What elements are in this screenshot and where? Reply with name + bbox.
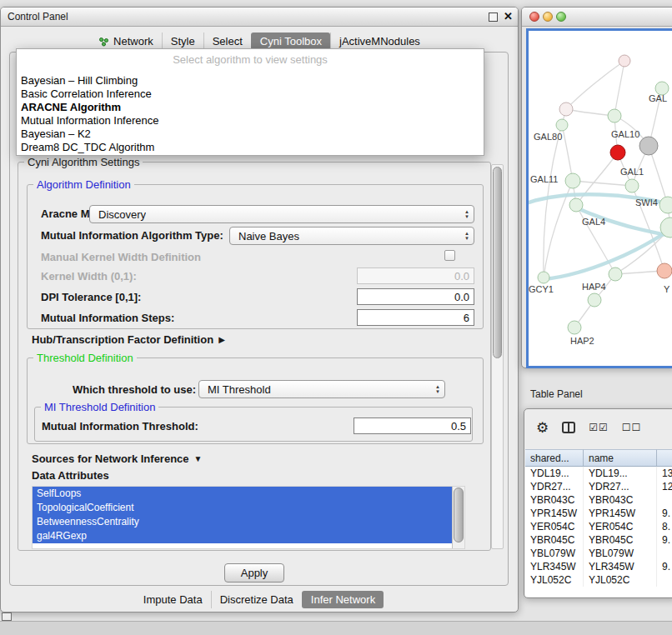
close-icon[interactable]: ✕ (504, 8, 513, 26)
network-node-gal4[interactable] (569, 198, 583, 212)
list-scrollbar[interactable] (452, 487, 464, 548)
table-cell: YER054C (525, 520, 584, 533)
network-edge (573, 181, 632, 186)
table-row[interactable]: YBR043CYBR043C (525, 493, 672, 507)
dpi-tolerance-label: DPI Tolerance [0,1]: (41, 291, 141, 303)
which-threshold-dropdown[interactable]: MI Threshold ▲▼ (198, 380, 445, 398)
algorithm-option-bayesian-hill-climbing[interactable]: Bayesian – Hill Climbing (17, 74, 484, 88)
mi-type-label: Mutual Information Algorithm Type: (41, 229, 223, 242)
network-node-swi4[interactable] (659, 197, 672, 213)
table-cell: YPR145W (584, 507, 657, 520)
sources-expander[interactable]: Sources for Network Inference ▼ (32, 451, 202, 466)
minimize-traffic-light-icon[interactable] (543, 12, 553, 22)
attribute-item-betweennesscentrality[interactable]: BetweennessCentrality (33, 515, 453, 529)
tab-discretize-data[interactable]: Discretize Data (211, 591, 302, 608)
aracne-mode-dropdown[interactable]: Discovery ▲▼ (89, 205, 474, 223)
table-row[interactable]: YBL079WYBL079W (525, 547, 672, 560)
column-header[interactable]: name (584, 449, 657, 467)
network-node[interactable] (619, 55, 630, 67)
network-node[interactable] (609, 268, 622, 281)
table-row[interactable]: YLR345WYLR345W9. (525, 560, 672, 573)
dropdown-value: Discovery (98, 208, 146, 221)
mi-algorithm-type-dropdown[interactable]: Naive Bayes ▲▼ (229, 227, 474, 245)
tab-cyni-toolbox[interactable]: Cyni Toolbox (251, 32, 330, 50)
attribute-item-selfloops[interactable]: SelfLoops (33, 487, 453, 501)
settings-scrollbar[interactable] (491, 164, 504, 549)
dropdown-value: MI Threshold (208, 383, 271, 396)
popup-placeholder: Select algorithm to view settings (17, 49, 484, 74)
scrollbar-thumb[interactable] (454, 488, 464, 542)
scrollbar-thumb[interactable] (493, 167, 502, 358)
table-cell: YDL19... (584, 467, 657, 480)
network-node-y[interactable] (657, 263, 672, 278)
network-node-gal1[interactable] (625, 179, 639, 192)
node-label: HAP4 (582, 282, 606, 292)
control-panel-titlebar[interactable]: Control Panel ✕ (1, 8, 518, 27)
node-label: GAL (649, 93, 667, 103)
algorithm-option-bayesian-k2[interactable]: Bayesian – K2 (17, 128, 484, 141)
zoom-traffic-light-icon[interactable] (556, 12, 566, 22)
attribute-item-gal4rgexp[interactable]: gal4RGexp (33, 529, 453, 543)
table-row[interactable]: YJL052CYJL052C (525, 573, 672, 587)
checked-boxes-icon[interactable]: ☑☑ (589, 422, 609, 433)
threshold-definition-title: Threshold Definition (33, 352, 137, 364)
tab-impute-data[interactable]: Impute Data (135, 591, 211, 608)
table-row[interactable]: YDR27...YDR27...12 (525, 480, 672, 493)
apply-button[interactable]: Apply (224, 563, 284, 582)
table-row[interactable]: YPR145WYPR145W9. (525, 507, 672, 520)
network-node-gal11[interactable] (565, 173, 580, 188)
network-node-gal80[interactable] (556, 119, 568, 131)
panel-dock-icon[interactable] (2, 612, 12, 621)
kernel-width-label: Kernel Width (0,1): (41, 270, 137, 282)
column-header[interactable]: shared... (525, 449, 584, 467)
columns-icon[interactable] (562, 422, 575, 433)
tab-jactivemnodules[interactable]: jActiveMNodules (330, 32, 429, 50)
network-window-titlebar[interactable] (522, 8, 672, 27)
combo-arrows-icon: ▲▼ (464, 209, 469, 219)
algorithm-option-mutual-information-inference[interactable]: Mutual Information Inference (17, 114, 484, 128)
algorithm-option-aracne-algorithm[interactable]: ARACNE Algorithm (17, 101, 484, 114)
tab-label: Style (171, 35, 195, 48)
table-cell: YBL079W (525, 547, 584, 560)
hub-expander[interactable]: Hub/Transcription Factor Definition ▶ (32, 332, 225, 347)
network-node-hap4[interactable] (588, 293, 601, 307)
tab-network[interactable]: Network (90, 32, 162, 50)
network-node-hap2[interactable] (568, 321, 581, 334)
network-node[interactable] (608, 109, 621, 122)
tab-label: Cyni Toolbox (260, 35, 322, 48)
mi-threshold-input[interactable] (354, 418, 471, 434)
float-window-icon[interactable] (489, 12, 498, 22)
close-traffic-light-icon[interactable] (529, 12, 539, 22)
algorithm-option-basic-correlation-inference[interactable]: Basic Correlation Inference (17, 88, 484, 101)
table-row[interactable]: YBR045CYBR045C9. (525, 533, 672, 547)
network-node-gal10[interactable] (610, 145, 625, 160)
network-node[interactable] (639, 137, 658, 155)
combo-arrows-icon: ▲▼ (435, 384, 440, 394)
network-canvas[interactable]: GALGAL80GAL10GAL11GAL1SWI4GAL4YGCY1HAP4H… (526, 28, 672, 368)
mi-threshold-group: MI Threshold Definition Mutual Informati… (34, 407, 473, 442)
tab-select[interactable]: Select (203, 32, 251, 50)
network-node[interactable] (559, 102, 573, 116)
column-header[interactable] (657, 449, 672, 467)
unchecked-boxes-icon[interactable]: ☐☐ (622, 422, 642, 433)
mi-steps-input[interactable] (357, 309, 474, 326)
mi-steps-label: Mutual Information Steps: (41, 312, 174, 324)
tab-infer-network[interactable]: Infer Network (302, 591, 384, 608)
tab-style[interactable]: Style (162, 32, 203, 50)
node-label: SWI4 (635, 198, 658, 208)
dpi-tolerance-input[interactable] (357, 288, 474, 305)
table-toolbar: ⚙ ☑☑ ☐☐ (524, 414, 641, 441)
table-cell: 8. (657, 520, 672, 533)
table-row[interactable]: YER054CYER054C8. (525, 520, 672, 533)
expander-expanded-icon: ▼ (194, 454, 203, 463)
gear-icon[interactable]: ⚙ (536, 421, 549, 435)
algorithm-option-dream8-dc-tdc-algorithm[interactable]: Dream8 DC_TDC Algorithm (17, 141, 484, 154)
network-canvas-svg: GALGAL80GAL10GAL11GAL1SWI4GAL4YGCY1HAP4H… (529, 31, 672, 361)
attribute-item-topologicalcoefficient[interactable]: TopologicalCoefficient (33, 501, 453, 515)
network-node-gcy1[interactable] (538, 272, 549, 283)
manual-kernel-checkbox[interactable] (444, 250, 455, 261)
table-cell: YPR145W (525, 507, 584, 520)
node-label: GAL10 (611, 129, 639, 139)
table-row[interactable]: YDL19...YDL19...13 (525, 467, 672, 480)
table-cell (657, 573, 672, 587)
